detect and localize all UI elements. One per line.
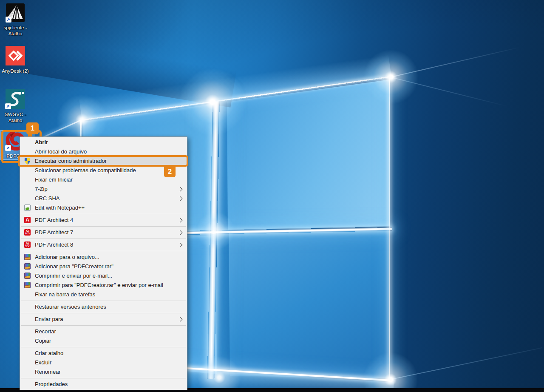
- wallpaper-light-beam: [389, 77, 390, 381]
- desktop-icon-spjcliente[interactable]: spjcliente - Atalho: [0, 3, 31, 37]
- menu-item-label: Criar atalho: [35, 350, 63, 356]
- menu-item-label: Abrir local do arquivo: [35, 148, 87, 155]
- menu-item-label: Renomear: [35, 369, 61, 375]
- desktop: spjcliente - Atalho AnyDesk (2) SWGVC - …: [0, 0, 544, 392]
- annotation-box-step2: [18, 155, 188, 167]
- menu-item[interactable]: Recortar: [20, 327, 187, 336]
- menu-item-icon: [24, 254, 31, 260]
- menu-item-icon: [24, 241, 31, 248]
- menu-separator: [21, 214, 186, 214]
- menu-separator: [21, 301, 186, 301]
- annotation-badge-1: 1: [26, 122, 39, 134]
- desktop-icon-swgvc[interactable]: SWGVC - Atalho: [0, 89, 31, 123]
- menu-item[interactable]: Fixar em Iniciar: [20, 175, 187, 185]
- menu-item-label: PDF Architect 8: [35, 241, 73, 248]
- menu-item-label: Adicionar para o arquivo...: [35, 254, 99, 260]
- menu-separator: [21, 226, 186, 227]
- menu-item-label: Adicionar para "PDFCreator.rar": [35, 263, 113, 270]
- desktop-icon-label: AnyDesk (2): [0, 68, 31, 74]
- menu-item[interactable]: Adicionar para o arquivo...: [20, 253, 187, 262]
- menu-item[interactable]: PDF Architect 4: [20, 216, 187, 225]
- menu-item-label: Excluir: [35, 359, 51, 366]
- menu-item[interactable]: CRC SHA: [20, 194, 187, 203]
- menu-item-label: 7-Zip: [35, 186, 48, 192]
- menu-item[interactable]: Adicionar para "PDFCreator.rar": [20, 262, 187, 271]
- menu-item[interactable]: Solucionar problemas de compatibilidade: [20, 166, 187, 175]
- menu-item-label: Propriedades: [35, 381, 68, 387]
- menu-item-label: Solucionar problemas de compatibilidade: [35, 167, 136, 173]
- menu-item-label: PDF Architect 7: [35, 229, 73, 236]
- desktop-icon-anydesk[interactable]: AnyDesk (2): [0, 46, 31, 74]
- menu-item-label: Comprimir para "PDFCreator.rar" e enviar…: [35, 282, 163, 288]
- wallpaper-flare: [178, 68, 246, 136]
- desktop-icon-label: spjcliente - Atalho: [0, 25, 31, 37]
- submenu-chevron-icon: [178, 317, 182, 321]
- menu-item-label: Restaurar versões anteriores: [35, 304, 106, 310]
- submenu-chevron-icon: [178, 218, 182, 222]
- shortcut-arrow-icon: [5, 103, 11, 109]
- menu-item[interactable]: Renomear: [20, 367, 187, 377]
- menu-item-icon: [24, 205, 31, 211]
- submenu-chevron-icon: [178, 187, 182, 191]
- menu-item[interactable]: Criar atalho: [20, 349, 187, 358]
- menu-item-label: Recortar: [35, 328, 56, 335]
- menu-item[interactable]: Restaurar versões anteriores: [20, 302, 187, 312]
- wallpaper-flare: [363, 49, 419, 105]
- menu-item[interactable]: PDF Architect 8: [20, 240, 187, 250]
- menu-item-label: Copiar: [35, 338, 51, 344]
- menu-item-label: PDF Architect 4: [35, 217, 73, 223]
- menu-item-icon: [24, 273, 31, 279]
- menu-item-label: Fixar na barra de tarefas: [35, 291, 95, 298]
- menu-separator: [21, 378, 186, 378]
- menu-item-label: Comprimir e enviar por e-mail...: [35, 273, 112, 279]
- submenu-chevron-icon: [178, 242, 182, 247]
- menu-separator: [21, 239, 186, 239]
- menu-item[interactable]: Propriedades: [20, 380, 187, 389]
- shortcut-arrow-icon: [6, 17, 11, 23]
- menu-item[interactable]: 7-Zip: [20, 185, 187, 194]
- menu-item-label: Abrir: [35, 139, 48, 145]
- anydesk-icon: [6, 46, 25, 65]
- menu-item[interactable]: Fixar na barra de tarefas: [20, 290, 187, 299]
- menu-item[interactable]: Enviar para: [20, 315, 187, 324]
- menu-item[interactable]: PDF Architect 7: [20, 228, 187, 237]
- menu-item[interactable]: Edit with Notepad++: [20, 203, 187, 213]
- annotation-badge-2: 2: [164, 166, 176, 177]
- submenu-chevron-icon: [178, 230, 182, 235]
- menu-item-label: CRC SHA: [35, 195, 60, 202]
- menu-item[interactable]: Abrir: [20, 138, 187, 147]
- menu-item[interactable]: Copiar: [20, 336, 187, 346]
- menu-separator: [21, 325, 186, 326]
- wallpaper-flare: [196, 212, 235, 250]
- menu-item-label: Enviar para: [35, 316, 63, 322]
- menu-separator: [21, 251, 186, 251]
- menu-separator: [21, 313, 186, 313]
- context-menu: Abrir Abrir local do arquivo Executar co…: [20, 136, 187, 390]
- menu-item[interactable]: Excluir: [20, 358, 187, 367]
- menu-separator: [21, 347, 186, 347]
- submenu-chevron-icon: [178, 196, 182, 201]
- menu-item-icon: [24, 282, 31, 288]
- menu-item[interactable]: Comprimir para "PDFCreator.rar" e enviar…: [20, 281, 187, 290]
- menu-item[interactable]: Comprimir e enviar por e-mail...: [20, 271, 187, 281]
- menu-item-icon: [24, 217, 31, 223]
- menu-item-icon: [24, 263, 31, 270]
- menu-item-icon: [24, 229, 31, 236]
- desktop-icon-label: SWGVC - Atalho: [0, 112, 31, 123]
- menu-item-label: Fixar em Iniciar: [35, 176, 73, 183]
- menu-item-label: Edit with Notepad++: [35, 205, 85, 211]
